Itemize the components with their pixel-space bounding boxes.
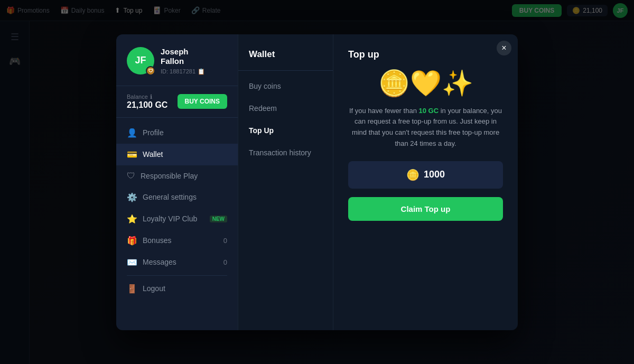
sidebar-item-messages[interactable]: ✉️ Messages 0: [116, 251, 238, 273]
shield-icon: 🛡: [127, 171, 135, 181]
star-icon: ⭐: [127, 214, 137, 224]
sidebar-item-responsible-play[interactable]: 🛡 Responsible Play: [116, 165, 238, 186]
wallet-icon: 💳: [127, 150, 137, 160]
copy-icon[interactable]: 📋: [198, 68, 205, 75]
amount-display: 🪙 1000: [348, 161, 503, 189]
logout-icon: 🚪: [127, 284, 137, 294]
balance-label: Balance ℹ: [127, 94, 167, 100]
wallet-nav-redeem[interactable]: Redeem: [238, 97, 333, 119]
info-icon: ℹ: [150, 94, 152, 100]
topup-panel: Top up 🪙💛✨ If you have fewer than 10 GC …: [333, 34, 518, 330]
wallet-panel: Wallet Buy coins Redeem Top Up Transacti…: [238, 34, 333, 330]
sidebar-item-wallet[interactable]: 💳 Wallet: [116, 144, 238, 165]
sidebar-label-general-settings: General settings: [143, 193, 227, 201]
user-info: Joseph Fallon ID: 18817281 📋: [161, 47, 227, 75]
sidebar-nav: 👤 Profile 💳 Wallet 🛡 Responsible Play ⚙️…: [116, 118, 238, 304]
user-header: JF 🛡 Joseph Fallon ID: 18817281 📋: [116, 34, 238, 86]
coin-icon: 🪙: [406, 169, 419, 181]
gear-icon: ⚙️: [127, 192, 137, 202]
nav-divider: [127, 275, 227, 276]
coins-emoji: 🪙💛✨: [348, 71, 503, 96]
sidebar-label-responsible-play: Responsible Play: [141, 172, 227, 180]
sidebar-label-logout: Logout: [143, 284, 227, 293]
sidebar-item-loyalty-vip[interactable]: ⭐ Loyalty VIP Club NEW: [116, 208, 238, 230]
wallet-nav-buy-coins[interactable]: Buy coins: [238, 75, 333, 97]
mail-icon: ✉️: [127, 257, 137, 267]
topup-description: If you have fewer than 10 GC in your bal…: [348, 106, 503, 150]
modal: × JF 🛡 Joseph Fallon ID: 18817281 📋: [116, 34, 518, 330]
sidebar-label-profile: Profile: [143, 128, 227, 137]
modal-sidebar: JF 🛡 Joseph Fallon ID: 18817281 📋 Balanc…: [116, 34, 238, 330]
sidebar-label-loyalty-vip: Loyalty VIP Club: [143, 214, 204, 223]
buy-coins-button[interactable]: BUY COINS: [178, 94, 227, 109]
balance-amount: 21,100 GC: [127, 100, 167, 110]
profile-icon: 👤: [127, 128, 137, 138]
avatar: JF 🛡: [127, 47, 154, 74]
wallet-nav: Buy coins Redeem Top Up Transaction hist…: [238, 71, 333, 168]
new-badge: NEW: [210, 216, 227, 222]
sidebar-item-bonuses[interactable]: 🎁 Bonuses 0: [116, 230, 238, 251]
sidebar-label-messages: Messages: [143, 258, 218, 266]
sidebar-label-wallet: Wallet: [143, 150, 227, 158]
balance-section: Balance ℹ 21,100 GC BUY COINS: [116, 86, 238, 118]
gift-icon: 🎁: [127, 236, 137, 246]
bonuses-count: 0: [223, 237, 227, 245]
wallet-nav-transaction-history[interactable]: Transaction history: [238, 142, 333, 164]
claim-top-up-button[interactable]: Claim Top up: [348, 197, 503, 221]
user-id: ID: 18817281 📋: [161, 68, 227, 75]
sidebar-item-profile[interactable]: 👤 Profile: [116, 122, 238, 144]
close-button[interactable]: ×: [497, 41, 511, 55]
user-last-name: Fallon: [161, 57, 227, 66]
messages-count: 0: [223, 258, 227, 266]
modal-overlay: × JF 🛡 Joseph Fallon ID: 18817281 📋: [0, 0, 634, 364]
avatar-badge: 🛡: [146, 66, 155, 76]
amount-value: 1000: [424, 169, 445, 180]
wallet-title: Wallet: [238, 34, 333, 71]
wallet-nav-top-up[interactable]: Top Up: [238, 119, 333, 142]
topup-title: Top up: [348, 49, 503, 60]
user-first-name: Joseph: [161, 47, 227, 57]
sidebar-label-bonuses: Bonuses: [143, 236, 218, 245]
sidebar-item-logout[interactable]: 🚪 Logout: [116, 278, 238, 300]
sidebar-item-general-settings[interactable]: ⚙️ General settings: [116, 186, 238, 208]
